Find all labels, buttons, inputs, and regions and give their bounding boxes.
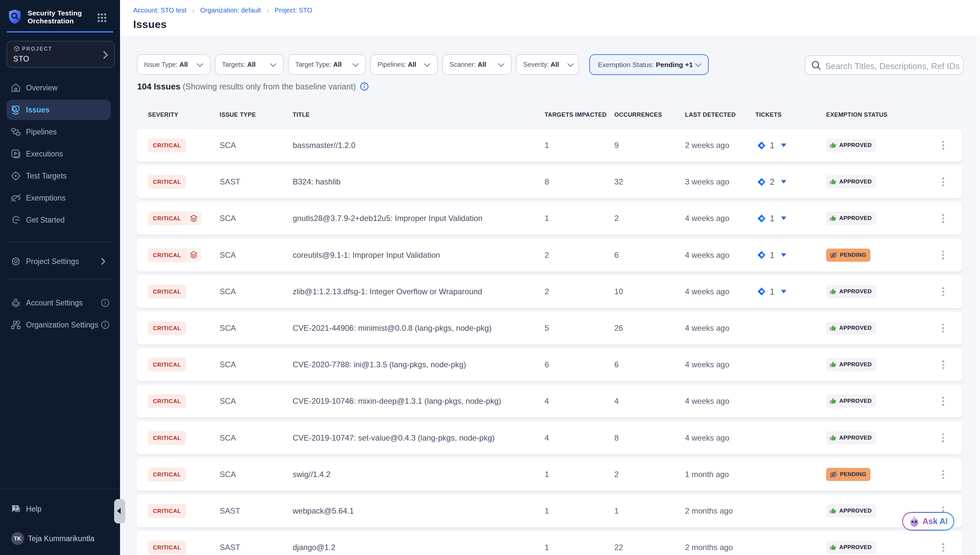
svg-text:?: ?	[14, 505, 17, 511]
